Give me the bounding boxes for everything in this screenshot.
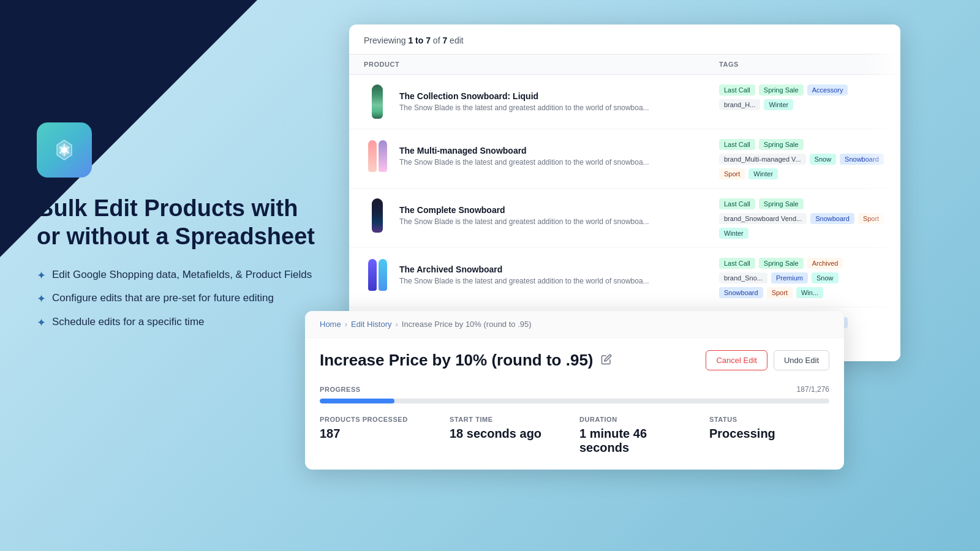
breadcrumb-home[interactable]: Home [320,320,341,329]
stat-start-time: START TIME 18 seconds ago [450,416,570,455]
edit-title-row: Increase Price by 10% (round to .95) Can… [320,350,829,370]
stat-products-value: 187 [320,427,440,441]
breadcrumb-sep-2: › [396,320,398,329]
table-header: PRODUCT TAGS [349,54,900,75]
undo-edit-button[interactable]: Undo Edit [774,350,829,370]
stat-duration-value: 1 minute 46 seconds [579,427,699,455]
tag: Archived [807,258,843,269]
stat-status-label: STATUS [709,416,829,423]
product-info: The Archived Snowboard The Snow Blade is… [364,257,719,293]
main-heading: Bulk Edit Products with or without a Spr… [37,195,318,250]
feature-item-3: ✦ Schedule edits for a specific time [37,315,318,331]
progress-bar-fill [320,399,394,403]
stats-row: PRODUCTS PROCESSED 187 START TIME 18 sec… [320,416,829,455]
progress-section: PROGRESS 187/1,276 [320,385,829,403]
tag: Sport [858,213,884,224]
product-name: The Multi-managed Snowboard [399,146,649,156]
stat-status-value: Processing [709,427,829,441]
tag: brand_H... [719,99,760,110]
tag: Sport [719,168,745,179]
tags-container: Last Call Spring Sale Archived brand_Sno… [719,257,886,298]
progress-label-row: PROGRESS 187/1,276 [320,385,829,394]
product-text: The Complete Snowboard The Snow Blade is… [399,205,649,226]
tag: Sport [767,287,793,298]
table-row: The Complete Snowboard The Snow Blade is… [349,189,900,248]
table-row: The Multi-managed Snowboard The Snow Bla… [349,129,900,189]
cancel-edit-button[interactable]: Cancel Edit [706,350,767,370]
table-row: The Archived Snowboard The Snow Blade is… [349,248,900,307]
product-name: The Archived Snowboard [399,264,649,274]
product-description: The Snow Blade is the latest and greates… [399,217,649,226]
product-image-multi [364,138,391,174]
tag: Accessory [807,84,848,96]
tag: Last Call [719,84,755,96]
svg-point-0 [61,147,67,153]
bullet-icon-3: ✦ [37,315,46,331]
tag: Winter [719,228,748,239]
product-text: The Archived Snowboard The Snow Blade is… [399,264,649,285]
product-name: The Complete Snowboard [399,205,649,215]
progress-count: 187/1,276 [797,385,829,394]
product-text: The Collection Snowboard: Liquid The Sno… [399,91,649,112]
progress-bar-background [320,399,829,403]
tag: Snowboard [840,154,884,165]
feature-item-1: ✦ Edit Google Shopping data, Metafields,… [37,268,318,283]
tag: brand_Multi-managed V... [719,154,806,165]
breadcrumb-sep-1: › [345,320,347,329]
product-image-complete [364,197,391,234]
tag: Spring Sale [759,258,804,269]
tag: Last Call [719,139,755,150]
tag: Last Call [719,258,755,269]
tag: Spring Sale [759,139,804,150]
tag: Snow [810,154,837,165]
breadcrumb-edit-history[interactable]: Edit History [351,320,391,329]
tag: Win... [796,287,823,298]
tag: Winter [748,168,778,179]
stat-status: STATUS Processing [709,416,829,455]
stat-products-processed: PRODUCTS PROCESSED 187 [320,416,440,455]
tag: brand_Snowboard Vend... [719,213,807,224]
edit-card: Home › Edit History › Increase Price by … [305,311,844,470]
product-description: The Snow Blade is the latest and greates… [399,277,649,285]
stat-duration: DURATION 1 minute 46 seconds [579,416,699,455]
stat-start-label: START TIME [450,416,570,423]
edit-title-left: Increase Price by 10% (round to .95) [320,351,612,370]
tag: Premium [771,272,808,283]
app-icon [37,122,92,178]
breadcrumb-current: Increase Price by 10% (round to .95) [402,320,532,329]
breadcrumb: Home › Edit History › Increase Price by … [305,311,844,338]
progress-label: PROGRESS [320,386,361,393]
table-row: The Collection Snowboard: Liquid The Sno… [349,75,900,129]
tag: brand_Sno... [719,272,767,283]
product-image-archived [364,257,391,293]
product-info: The Collection Snowboard: Liquid The Sno… [364,83,719,120]
edit-card-body: Increase Price by 10% (round to .95) Can… [305,338,844,455]
left-panel: Bulk Edit Products with or without a Spr… [37,122,318,338]
edit-action-buttons: Cancel Edit Undo Edit [706,350,829,370]
feature-item-2: ✦ Configure edits that are pre-set for f… [37,291,318,307]
tag: Snow [812,272,839,283]
bullet-icon-2: ✦ [37,291,46,307]
product-info: The Multi-managed Snowboard The Snow Bla… [364,138,719,174]
bullet-icon-1: ✦ [37,268,46,283]
col-tags: TAGS [719,61,886,68]
tag: Last Call [719,198,755,209]
feature-list: ✦ Edit Google Shopping data, Metafields,… [37,268,318,331]
col-product: PRODUCT [364,61,719,68]
tag: Winter [764,99,793,110]
stat-start-value: 18 seconds ago [450,427,570,441]
preview-header: Previewing 1 to 7 of 7 edit [349,24,900,54]
product-info: The Complete Snowboard The Snow Blade is… [364,197,719,234]
tag: Spring Sale [759,198,804,209]
edit-pencil-icon[interactable] [601,354,612,367]
tags-container: Last Call Spring Sale brand_Multi-manage… [719,138,886,179]
product-image-liquid [364,83,391,120]
tags-container: Last Call Spring Sale Accessory brand_H.… [719,83,886,110]
tag: Snowboard [719,287,763,298]
product-description: The Snow Blade is the latest and greates… [399,158,649,167]
tags-container: Last Call Spring Sale brand_Snowboard Ve… [719,197,886,239]
product-text: The Multi-managed Snowboard The Snow Bla… [399,146,649,167]
tag: Spring Sale [759,84,804,96]
tag: Snowboard [810,213,854,224]
product-name: The Collection Snowboard: Liquid [399,91,649,101]
